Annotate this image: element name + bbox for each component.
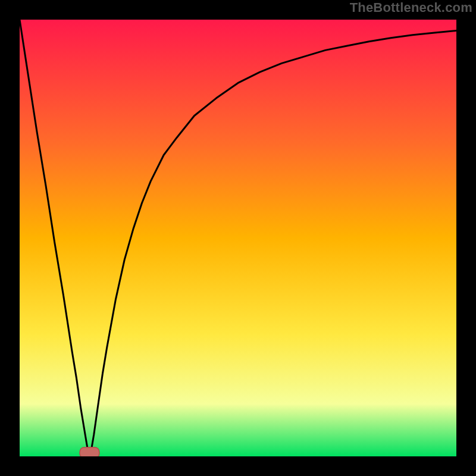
plot-area <box>20 20 456 456</box>
optimal-marker <box>80 447 99 456</box>
plot-svg <box>20 20 456 456</box>
watermark-text: TheBottleneck.com <box>350 0 472 15</box>
gradient-background <box>20 20 456 456</box>
chart-frame: TheBottleneck.com <box>0 0 476 476</box>
